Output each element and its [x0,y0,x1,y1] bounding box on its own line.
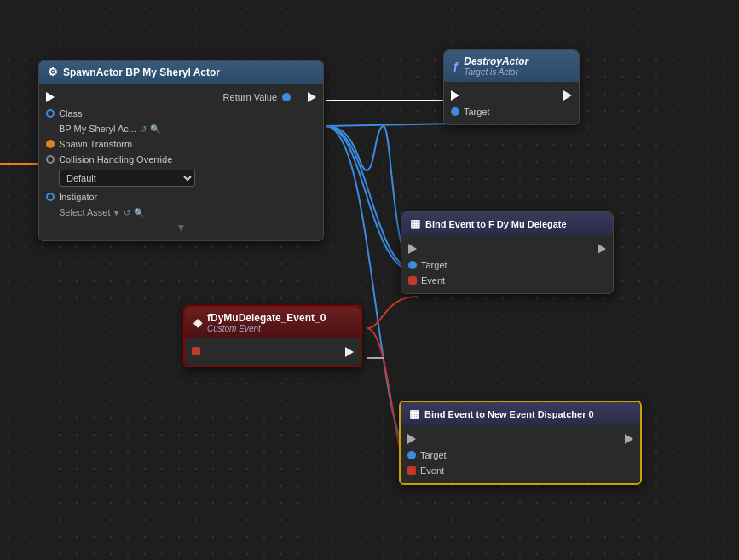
instigator-reset-icon[interactable]: ↺ [124,208,130,217]
instigator-info-icon[interactable]: 🔍 [134,208,144,217]
collision-select[interactable]: Default Always Spawn Try To Adjust [59,170,195,187]
collision-select-row: Default Always Spawn Try To Adjust [39,167,323,189]
event-exec-out[interactable] [345,347,354,357]
bind2-header: ▦ Bind Event to New Event Dispatcher 0 [401,402,640,425]
destroy-target-pin[interactable] [451,107,459,116]
bind1-event-row: Event [401,273,613,288]
bind-event-1-node: ▦ Bind Event to F Dy Mu Delegate Target … [401,211,614,294]
bind-event-2-node: ▦ Bind Event to New Event Dispatcher 0 T… [399,401,642,485]
bind1-target-label: Target [421,260,447,270]
bind2-event-row: Event [401,463,640,478]
return-value-label: Return Value [223,92,277,102]
class-value: BP My Sheryl Ac... [59,124,136,134]
bind2-title: Bind Event to New Event Dispatcher 0 [424,409,594,419]
event-icon: ◈ [193,316,202,329]
destroy-exec-out[interactable] [563,90,572,101]
instigator-select[interactable]: Select Asset [59,207,111,217]
event-header: ◈ fDyMuDelegate_Event_0 Custom Event [185,307,361,338]
spawn-exec-row: Return Value [39,89,323,106]
class-refresh-icon[interactable]: ↺ [140,124,147,134]
spawn-expand-arrow[interactable]: ▼ [39,220,323,235]
instigator-value-row: Select Asset ▼ ↺ 🔍 [39,205,323,220]
bind1-icon: ▦ [410,217,420,230]
bind2-event-label: Event [420,465,444,476]
destroy-title: DestroyActor [464,55,528,67]
bind1-title: Bind Event to F Dy Mu Delegate [425,219,567,229]
bind1-exec-in[interactable] [408,244,417,254]
collision-row: Collision Handling Override [39,152,323,167]
destroy-target-row: Target [444,104,579,119]
class-info-icon[interactable]: 🔍 [150,124,160,134]
class-pin[interactable] [46,109,55,118]
collision-label: Collision Handling Override [59,154,172,165]
class-label: Class [59,108,83,118]
spawn-exec-out[interactable] [308,92,316,102]
spawn-exec-in[interactable] [46,92,55,102]
bind1-exec-out[interactable] [598,244,606,254]
event-title-group: fDyMuDelegate_Event_0 Custom Event [207,312,326,333]
bind1-body: Target Event [401,235,613,293]
bind2-body: Target Event [401,425,640,483]
bind1-event-pin[interactable] [408,276,417,285]
destroy-actor-header: ƒ DestroyActor Target is Actor [444,50,579,82]
event-exec-row [185,344,361,361]
bind1-event-label: Event [421,275,445,286]
class-row: Class [39,106,323,121]
instigator-row: Instigator [39,189,323,205]
blueprint-canvas: ⚙ SpawnActor BP My Sheryl Actor Return V… [0,0,739,560]
destroy-icon: ƒ [453,60,459,72]
bind2-icon: ▦ [409,407,419,420]
bind2-target-pin[interactable] [407,451,416,459]
spawn-actor-title: SpawnActor BP My Sheryl Actor [63,66,220,78]
spawn-actor-node: ⚙ SpawnActor BP My Sheryl Actor Return V… [38,60,324,241]
spawn-actor-header: ⚙ SpawnActor BP My Sheryl Actor [39,61,323,84]
bind2-event-pin[interactable] [407,466,416,475]
destroy-exec-row [444,87,579,104]
spawn-transform-pin[interactable] [46,140,55,148]
destroy-actor-node: ƒ DestroyActor Target is Actor Target [443,49,580,125]
destroy-target-label: Target [464,107,490,117]
bind2-exec-in[interactable] [407,434,416,444]
instigator-pin[interactable] [46,193,55,201]
event-pin-red[interactable] [192,347,204,357]
spawn-actor-body: Return Value Class BP My Sheryl Ac... ↺ … [39,84,323,240]
bind2-exec-out[interactable] [625,434,633,444]
bind2-target-row: Target [401,447,640,463]
bind1-header: ▦ Bind Event to F Dy Mu Delegate [401,212,613,235]
custom-event-node: ◈ fDyMuDelegate_Event_0 Custom Event [183,305,362,367]
collision-pin[interactable] [46,155,55,164]
event-title: fDyMuDelegate_Event_0 [207,312,326,324]
event-subtitle: Custom Event [207,324,326,333]
bind2-target-label: Target [420,450,447,460]
destroy-body: Target [444,82,579,124]
bind1-target-pin[interactable] [408,261,417,269]
spawn-transform-label: Spawn Transform [59,139,132,149]
spawn-actor-icon: ⚙ [48,66,58,78]
instigator-label: Instigator [59,192,97,202]
spawn-transform-row: Spawn Transform [39,136,323,152]
destroy-exec-in[interactable] [451,90,459,101]
bind2-exec-row [401,430,640,447]
bind1-target-row: Target [401,257,613,273]
bind1-exec-row [401,240,613,257]
destroy-title-group: DestroyActor Target is Actor [464,55,528,77]
destroy-subtitle: Target is Actor [464,67,528,77]
event-body [185,338,361,366]
class-value-row: BP My Sheryl Ac... ↺ 🔍 [39,121,323,136]
